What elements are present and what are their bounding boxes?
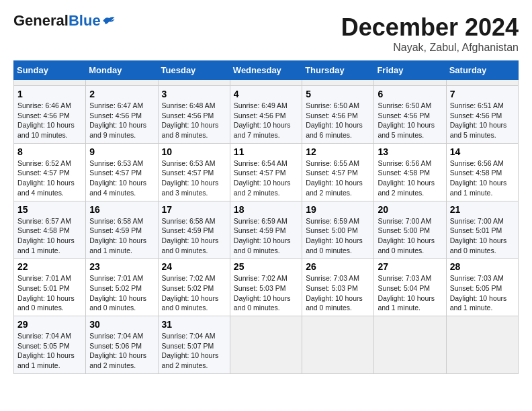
logo-general: General (13, 12, 69, 29)
day-number: 24 (162, 261, 226, 272)
day-number: 23 (89, 261, 154, 272)
table-cell: 30 Sunrise: 7:04 AM Sunset: 5:06 PM Dayl… (86, 316, 158, 374)
table-cell: 22 Sunrise: 7:01 AM Sunset: 5:01 PM Dayl… (14, 259, 86, 316)
day-info: Sunrise: 6:49 AM Sunset: 4:56 PM Dayligh… (234, 101, 298, 140)
day-number: 29 (17, 319, 82, 330)
day-info: Sunrise: 6:55 AM Sunset: 4:57 PM Dayligh… (306, 158, 370, 198)
table-cell: 9 Sunrise: 6:53 AM Sunset: 4:57 PM Dayli… (86, 143, 158, 201)
table-cell: 26 Sunrise: 7:03 AM Sunset: 5:03 PM Dayl… (302, 259, 374, 316)
logo-bird-icon (102, 15, 116, 26)
header-friday: Friday (374, 61, 446, 80)
table-cell: 21 Sunrise: 7:00 AM Sunset: 5:01 PM Dayl… (446, 201, 518, 259)
calendar-week-2: 1 Sunrise: 6:46 AM Sunset: 4:56 PM Dayli… (14, 86, 519, 144)
day-number: 20 (378, 204, 442, 215)
table-cell (302, 316, 374, 374)
table-cell: 7 Sunrise: 6:51 AM Sunset: 4:56 PM Dayli… (446, 86, 518, 144)
day-info: Sunrise: 6:56 AM Sunset: 4:58 PM Dayligh… (450, 158, 515, 198)
day-number: 25 (234, 261, 298, 272)
day-info: Sunrise: 7:01 AM Sunset: 5:02 PM Dayligh… (89, 273, 154, 313)
day-number: 9 (89, 146, 154, 157)
day-number: 18 (234, 204, 298, 215)
table-cell: 19 Sunrise: 6:59 AM Sunset: 5:00 PM Dayl… (302, 201, 374, 259)
day-info: Sunrise: 6:59 AM Sunset: 4:59 PM Dayligh… (234, 216, 298, 256)
day-number: 30 (89, 319, 154, 330)
table-cell (86, 80, 158, 86)
day-info: Sunrise: 6:53 AM Sunset: 4:57 PM Dayligh… (162, 158, 226, 198)
table-cell: 31 Sunrise: 7:04 AM Sunset: 5:07 PM Dayl… (158, 316, 230, 374)
table-cell: 13 Sunrise: 6:56 AM Sunset: 4:58 PM Dayl… (374, 143, 446, 201)
day-info: Sunrise: 6:50 AM Sunset: 4:56 PM Dayligh… (378, 101, 442, 140)
day-number: 27 (378, 261, 442, 272)
day-info: Sunrise: 7:03 AM Sunset: 5:03 PM Dayligh… (306, 273, 370, 313)
calendar-week-1 (14, 80, 519, 86)
day-info: Sunrise: 6:58 AM Sunset: 4:59 PM Dayligh… (89, 216, 154, 256)
day-number: 28 (450, 261, 515, 272)
day-info: Sunrise: 6:59 AM Sunset: 5:00 PM Dayligh… (306, 216, 370, 256)
header-wednesday: Wednesday (230, 61, 302, 80)
day-info: Sunrise: 7:04 AM Sunset: 5:06 PM Dayligh… (89, 331, 154, 371)
day-number: 1 (17, 89, 82, 99)
table-cell (446, 316, 518, 374)
location-title: Nayak, Zabul, Afghanistan (341, 42, 519, 54)
day-info: Sunrise: 6:47 AM Sunset: 4:56 PM Dayligh… (89, 101, 154, 140)
table-cell: 24 Sunrise: 7:02 AM Sunset: 5:02 PM Dayl… (158, 259, 230, 316)
header-monday: Monday (86, 61, 158, 80)
day-info: Sunrise: 6:56 AM Sunset: 4:58 PM Dayligh… (378, 158, 442, 198)
table-cell (374, 80, 446, 86)
table-cell: 5 Sunrise: 6:50 AM Sunset: 4:56 PM Dayli… (302, 86, 374, 144)
day-number: 5 (306, 89, 370, 99)
day-number: 31 (162, 319, 226, 330)
table-cell: 12 Sunrise: 6:55 AM Sunset: 4:57 PM Dayl… (302, 143, 374, 201)
day-info: Sunrise: 6:48 AM Sunset: 4:56 PM Dayligh… (162, 101, 226, 140)
table-cell: 16 Sunrise: 6:58 AM Sunset: 4:59 PM Dayl… (86, 201, 158, 259)
table-cell: 11 Sunrise: 6:54 AM Sunset: 4:57 PM Dayl… (230, 143, 302, 201)
month-title: December 2024 (341, 13, 519, 42)
day-info: Sunrise: 6:57 AM Sunset: 4:58 PM Dayligh… (17, 216, 82, 256)
calendar-week-3: 8 Sunrise: 6:52 AM Sunset: 4:57 PM Dayli… (14, 143, 519, 201)
title-area: December 2024 Nayak, Zabul, Afghanistan (341, 13, 519, 54)
table-cell (374, 316, 446, 374)
table-cell: 18 Sunrise: 6:59 AM Sunset: 4:59 PM Dayl… (230, 201, 302, 259)
day-number: 19 (306, 204, 370, 215)
table-cell: 8 Sunrise: 6:52 AM Sunset: 4:57 PM Dayli… (14, 143, 86, 201)
day-number: 17 (162, 204, 226, 215)
calendar-week-5: 22 Sunrise: 7:01 AM Sunset: 5:01 PM Dayl… (14, 259, 519, 316)
day-number: 2 (89, 89, 154, 99)
page-header: GeneralBlue December 2024 Nayak, Zabul, … (13, 13, 519, 54)
calendar-week-6: 29 Sunrise: 7:04 AM Sunset: 5:05 PM Dayl… (14, 316, 519, 374)
table-cell: 10 Sunrise: 6:53 AM Sunset: 4:57 PM Dayl… (158, 143, 230, 201)
day-number: 13 (378, 146, 442, 157)
day-number: 7 (450, 89, 515, 99)
table-cell (158, 80, 230, 86)
calendar-header-row: Sunday Monday Tuesday Wednesday Thursday… (14, 61, 519, 80)
day-info: Sunrise: 6:50 AM Sunset: 4:56 PM Dayligh… (306, 101, 370, 140)
day-info: Sunrise: 7:00 AM Sunset: 5:01 PM Dayligh… (450, 216, 515, 256)
day-number: 16 (89, 204, 154, 215)
day-number: 15 (17, 204, 82, 215)
day-number: 3 (162, 89, 226, 99)
day-info: Sunrise: 7:03 AM Sunset: 5:04 PM Dayligh… (378, 273, 442, 313)
table-cell: 28 Sunrise: 7:03 AM Sunset: 5:05 PM Dayl… (446, 259, 518, 316)
day-info: Sunrise: 6:53 AM Sunset: 4:57 PM Dayligh… (89, 158, 154, 198)
logo: GeneralBlue (13, 13, 116, 28)
day-number: 8 (17, 146, 82, 157)
day-info: Sunrise: 7:01 AM Sunset: 5:01 PM Dayligh… (17, 273, 82, 313)
table-cell: 2 Sunrise: 6:47 AM Sunset: 4:56 PM Dayli… (86, 86, 158, 144)
calendar-table: Sunday Monday Tuesday Wednesday Thursday… (13, 60, 519, 374)
day-info: Sunrise: 6:54 AM Sunset: 4:57 PM Dayligh… (234, 158, 298, 198)
day-number: 14 (450, 146, 515, 157)
day-info: Sunrise: 7:02 AM Sunset: 5:03 PM Dayligh… (234, 273, 298, 313)
table-cell: 17 Sunrise: 6:58 AM Sunset: 4:59 PM Dayl… (158, 201, 230, 259)
day-info: Sunrise: 7:04 AM Sunset: 5:07 PM Dayligh… (162, 331, 226, 371)
day-number: 22 (17, 261, 82, 272)
table-cell: 27 Sunrise: 7:03 AM Sunset: 5:04 PM Dayl… (374, 259, 446, 316)
day-number: 21 (450, 204, 515, 215)
table-cell (230, 316, 302, 374)
table-cell: 23 Sunrise: 7:01 AM Sunset: 5:02 PM Dayl… (86, 259, 158, 316)
table-cell (446, 80, 518, 86)
day-info: Sunrise: 7:00 AM Sunset: 5:00 PM Dayligh… (378, 216, 442, 256)
day-info: Sunrise: 7:03 AM Sunset: 5:05 PM Dayligh… (450, 273, 515, 313)
table-cell (14, 80, 86, 86)
table-cell: 25 Sunrise: 7:02 AM Sunset: 5:03 PM Dayl… (230, 259, 302, 316)
day-info: Sunrise: 6:51 AM Sunset: 4:56 PM Dayligh… (450, 101, 515, 140)
